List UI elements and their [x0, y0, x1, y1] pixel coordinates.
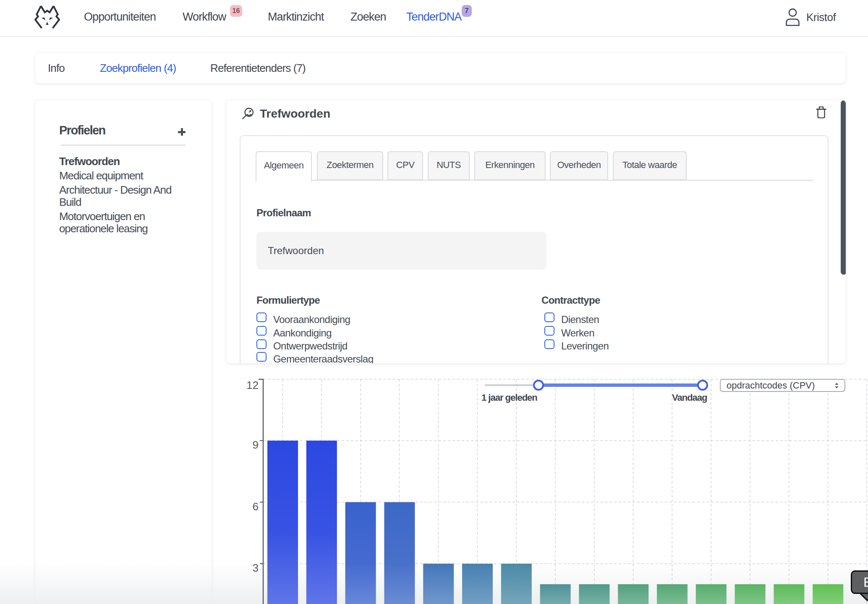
- svg-text:12: 12: [246, 379, 259, 391]
- svg-text:3: 3: [253, 562, 259, 574]
- svg-text:9: 9: [253, 439, 259, 451]
- svg-text:6: 6: [253, 500, 259, 513]
